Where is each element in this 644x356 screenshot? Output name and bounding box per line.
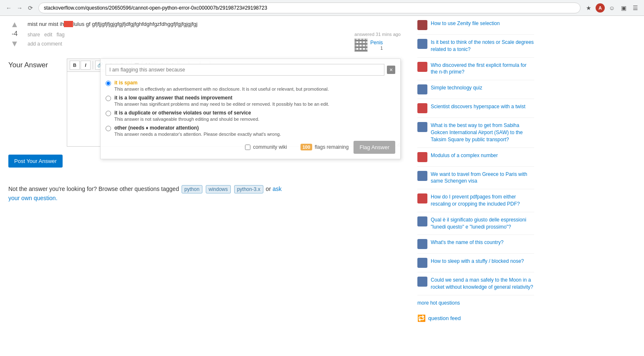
share-link[interactable]: share bbox=[28, 32, 40, 38]
sidebar-question-link[interactable]: Who discovered the first explicit formul… bbox=[431, 62, 534, 76]
avatar bbox=[354, 38, 368, 52]
not-answer-text: Not the answer you're looking for? Brows… bbox=[8, 186, 179, 192]
sidebar-site-icon bbox=[417, 258, 427, 268]
flag-reason-input[interactable] bbox=[106, 64, 384, 76]
flag-other-label: other (needs ♦ moderator attention) bbox=[114, 125, 281, 131]
answer-actions: share edit flag bbox=[28, 32, 401, 38]
refresh-button[interactable]: ⟳ bbox=[26, 3, 35, 13]
edit-link[interactable]: edit bbox=[44, 32, 52, 38]
editor-area: B I 🔗 " {} 🖼 ⛶ ⋮ ⁝ ⇥ ― — bbox=[67, 58, 401, 148]
answer-text-before: mist nur mist ih bbox=[28, 21, 64, 27]
sidebar-item: What's the name of this country? bbox=[417, 239, 534, 254]
sidebar-item: What is the best way to get from Sabiha … bbox=[417, 122, 534, 147]
flag-radio-spam[interactable] bbox=[106, 81, 111, 86]
flag-lowquality-label: it is a low quality answer that needs im… bbox=[114, 95, 329, 101]
sidebar-question-link[interactable]: We want to travel from Greece to Paris w… bbox=[431, 171, 534, 185]
browser-bar: ← → ⟳ ★ A ☺ ▣ ☰ bbox=[0, 0, 644, 16]
address-bar[interactable] bbox=[38, 3, 581, 13]
flag-other-desc: This answer needs a moderator's attentio… bbox=[114, 132, 281, 137]
sidebar-site-icon bbox=[417, 84, 427, 94]
tabs-icon[interactable]: ▣ bbox=[619, 3, 628, 13]
flag-radio-delete[interactable] bbox=[106, 111, 111, 116]
answered-info: answered 31 mins ago Penis 1 bbox=[354, 32, 401, 52]
sidebar-question-link[interactable]: Qual è il significato giusto delle espre… bbox=[431, 216, 534, 231]
sidebar-site-icon bbox=[417, 62, 427, 72]
sidebar-question-link[interactable]: Scientist discovers hyperspace with a tw… bbox=[431, 103, 525, 110]
question-feed-link[interactable]: question feed bbox=[428, 315, 461, 321]
back-button[interactable]: ← bbox=[4, 3, 13, 13]
answer-block: ▲ -4 ▼ mist nur mist ih lulus gf gfjfjjg… bbox=[8, 20, 401, 52]
sidebar-question-link[interactable]: What is the best way to get from Sabiha … bbox=[431, 122, 534, 143]
bookmark-icon[interactable]: ★ bbox=[584, 3, 593, 13]
italic-button[interactable]: I bbox=[81, 61, 91, 70]
flag-option-spam: it is spam This answer is effectively an… bbox=[106, 80, 395, 92]
sidebar-item: Could we send a man safely to the Moon i… bbox=[417, 277, 534, 295]
own-question-link[interactable]: your own question. bbox=[8, 195, 58, 201]
feed-icon: 🔁 bbox=[417, 314, 426, 322]
user-card: Penis 1 bbox=[354, 38, 401, 52]
sidebar-item: How do I prevent pdfpages from either re… bbox=[417, 193, 534, 212]
question-feed: 🔁 question feed bbox=[417, 314, 534, 322]
flag-option-lowquality: it is a low quality answer that needs im… bbox=[106, 95, 395, 107]
answer-body: mist nur mist ih lulus gf gfjfjjgfjfjgjg… bbox=[28, 20, 401, 52]
vote-count: -4 bbox=[12, 30, 18, 38]
sidebar-question-link[interactable]: How to use Zenity file selection bbox=[431, 20, 500, 27]
community-wiki-checkbox[interactable] bbox=[245, 145, 250, 150]
menu-icon[interactable]: ☰ bbox=[631, 3, 640, 13]
sidebar-question-link[interactable]: Modulus of a complex number bbox=[431, 152, 498, 159]
sidebar-question-link[interactable]: How to sleep with a stuffy / blocked nos… bbox=[431, 258, 524, 265]
sidebar-site-icon bbox=[417, 20, 427, 30]
tag-windows[interactable]: windows bbox=[206, 185, 231, 193]
answered-time: answered 31 mins ago bbox=[354, 32, 401, 37]
sidebar-question-link[interactable]: Simple technology quiz bbox=[431, 84, 482, 92]
answer-highlight bbox=[64, 21, 73, 27]
add-comment-link[interactable]: add a comment bbox=[28, 41, 401, 47]
post-answer-button[interactable]: Post Your Answer bbox=[8, 155, 63, 168]
flag-dialog: × it is spam This answer is effectively … bbox=[100, 58, 401, 159]
tag-python[interactable]: python bbox=[182, 185, 202, 193]
sidebar-question-link[interactable]: What's the name of this country? bbox=[431, 239, 503, 246]
flags-text: flags remaining bbox=[315, 144, 349, 150]
sidebar: How to use Zenity file selection Is it b… bbox=[409, 16, 534, 356]
sidebar-item: Modulus of a complex number bbox=[417, 152, 534, 167]
page-wrapper: ▲ -4 ▼ mist nur mist ih lulus gf gfjfjjg… bbox=[0, 16, 644, 356]
user-link[interactable]: Penis bbox=[370, 40, 383, 46]
upvote-button[interactable]: ▲ bbox=[10, 20, 19, 28]
downvote-button[interactable]: ▼ bbox=[10, 39, 19, 48]
sidebar-site-icon bbox=[417, 152, 427, 162]
ask-link[interactable]: ask bbox=[273, 186, 282, 192]
sidebar-question-link[interactable]: Is it best to think of the notes or Scal… bbox=[431, 39, 534, 53]
forward-button[interactable]: → bbox=[15, 3, 24, 13]
sidebar-question-link[interactable]: How do I prevent pdfpages from either re… bbox=[431, 193, 534, 208]
bold-button[interactable]: B bbox=[70, 61, 80, 70]
sidebar-site-icon bbox=[417, 103, 427, 113]
flag-answer-button[interactable]: Flag Answer bbox=[354, 141, 395, 154]
sidebar-item: Who discovered the first explicit formul… bbox=[417, 62, 534, 81]
sidebar-item: Simple technology quiz bbox=[417, 84, 534, 99]
flag-close-button[interactable]: × bbox=[387, 66, 395, 74]
sidebar-site-icon bbox=[417, 277, 427, 287]
browser-icons: ★ A ☺ ▣ ☰ bbox=[584, 3, 640, 13]
main-content: ▲ -4 ▼ mist nur mist ih lulus gf gfjfjjg… bbox=[0, 16, 409, 356]
flag-input-row: × bbox=[106, 64, 395, 76]
flag-delete-content: it is a duplicate or otherwise violates … bbox=[114, 110, 259, 122]
flag-radio-lowquality[interactable] bbox=[106, 96, 111, 101]
flag-option-delete: it is a duplicate or otherwise violates … bbox=[106, 110, 395, 122]
sidebar-question-link[interactable]: Could we send a man safely to the Moon i… bbox=[431, 277, 534, 291]
extension-icon[interactable]: A bbox=[596, 3, 605, 13]
flag-lowquality-content: it is a low quality answer that needs im… bbox=[114, 95, 329, 107]
nav-buttons: ← → ⟳ bbox=[4, 3, 35, 13]
tag-python3[interactable]: python-3.x bbox=[234, 185, 263, 193]
user-rep: 1 bbox=[370, 46, 383, 51]
sidebar-item: Is it best to think of the notes or Scal… bbox=[417, 39, 534, 58]
flag-radio-other[interactable] bbox=[106, 126, 111, 131]
more-hot-link[interactable]: more hot questions bbox=[417, 300, 460, 306]
toolbar-sep-1 bbox=[93, 61, 93, 69]
flag-option-other: other (needs ♦ moderator attention) This… bbox=[106, 125, 395, 137]
your-answer-label: Your Answer bbox=[8, 58, 58, 148]
your-answer-section: Your Answer B I 🔗 " {} 🖼 ⛶ ⋮ ⁝ ⇥ bbox=[8, 58, 401, 148]
sidebar-site-icon bbox=[417, 239, 427, 249]
vote-column: ▲ -4 ▼ bbox=[8, 20, 21, 48]
profile-icon[interactable]: ☺ bbox=[607, 3, 616, 13]
flag-link[interactable]: flag bbox=[56, 32, 64, 38]
